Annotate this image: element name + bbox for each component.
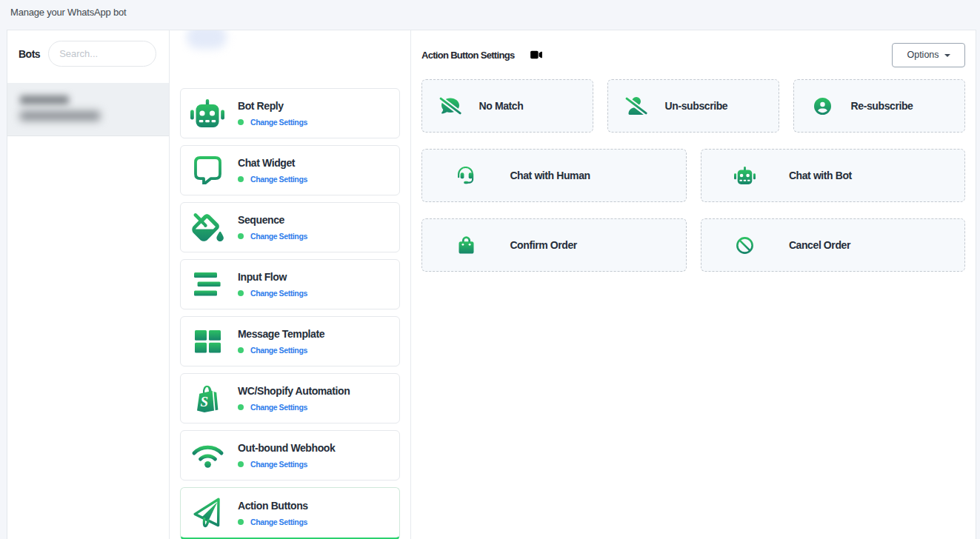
svg-text:S: S (201, 393, 209, 409)
